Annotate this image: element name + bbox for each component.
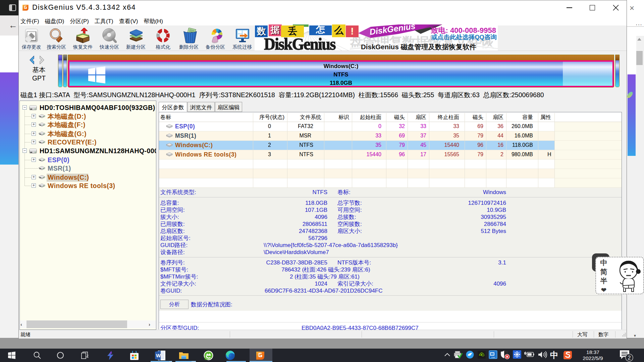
svg-text:intel: intel <box>491 356 495 358</box>
svg-text:2: 2 <box>628 355 631 361</box>
svg-text:W: W <box>156 353 161 358</box>
